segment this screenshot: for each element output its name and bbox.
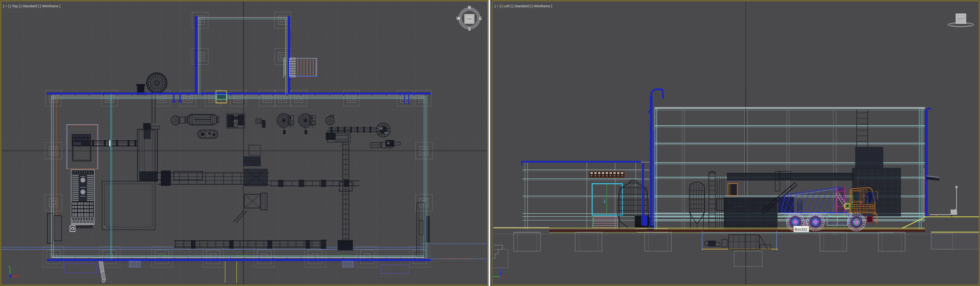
- svg-text:LEFT: LEFT: [958, 18, 964, 20]
- svg-text:1: 1: [603, 199, 606, 203]
- svg-text:Box322: Box322: [795, 227, 807, 231]
- svg-text:W: W: [456, 16, 460, 21]
- svg-text:[ + ] [ Top ] [ Standard ] [ W: [ + ] [ Top ] [ Standard ] [ Wireframe ]: [3, 4, 60, 8]
- svg-text:Z: Z: [501, 266, 503, 270]
- svg-text:S: S: [468, 27, 471, 31]
- svg-text:x: x: [501, 275, 503, 279]
- svg-text:TOP: TOP: [467, 18, 472, 20]
- svg-text:N: N: [468, 5, 471, 10]
- svg-text:E: E: [479, 16, 482, 21]
- svg-text:[ + ] [ Left ] [ Standard ] [: [ + ] [ Left ] [ Standard ] [ Wireframe …: [495, 4, 552, 8]
